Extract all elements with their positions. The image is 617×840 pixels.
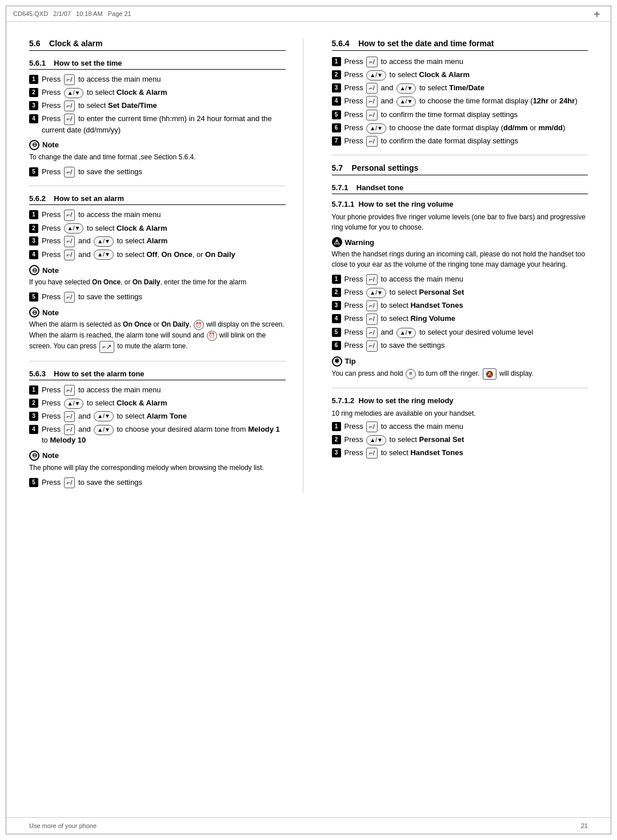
nav-563-2: ▲/▼ — [64, 399, 84, 409]
file-name: CD645.QXD — [13, 10, 48, 17]
note-561: ⊖ Note To change the date and time forma… — [29, 140, 286, 162]
tip-label-5711: ✱ Tip — [332, 356, 588, 367]
step-content-5711-1: Press ⌐/ to access the main menu — [344, 274, 588, 285]
step-num-4: 4 — [29, 114, 38, 123]
ok-5711-6: ⌐/ — [366, 340, 377, 351]
step-content-5711-4: Press ⌐/ to select Ring Volume — [344, 314, 588, 324]
step-5711-6: 6 Press ⌐/ to save the settings — [332, 340, 588, 351]
step-num-5: 5 — [29, 167, 38, 176]
section-562-title: 5.6.2 How to set an alarm — [29, 194, 286, 205]
tip-text-5711: You can press and hold # to turn off the… — [332, 368, 588, 380]
ok-563-3: ⌐/ — [64, 411, 75, 422]
step-content-5711-2: Press ▲/▼ to select Personal Set — [344, 287, 588, 298]
step-5712-1: 1 Press ⌐/ to access the main menu — [332, 421, 588, 432]
step-5711-1: 1 Press ⌐/ to access the main menu — [332, 274, 588, 285]
nav-btn-3: ▲/▼ — [94, 250, 114, 260]
step-561-4: 4 Press ⌐/ to enter the current time (hh… — [29, 114, 286, 135]
divider-562 — [29, 361, 286, 361]
step-564-6: 6 Press ▲/▼ to choose the date format di… — [332, 123, 588, 134]
ok-btn-2: ⌐/ — [64, 236, 75, 247]
ok-5711-4: ⌐/ — [366, 314, 377, 324]
section-57-title: 5.7 Personal settings — [332, 163, 588, 175]
nav-5711-2: ▲/▼ — [366, 288, 386, 298]
step-content-564-6: Press ▲/▼ to choose the date format disp… — [344, 123, 588, 134]
step-content-563-5: Press ⌐/ to save the settings — [42, 477, 286, 488]
step-content-562-2: Press ▲/▼ to select Clock & Alarm — [42, 223, 286, 234]
step-562-1: 1 Press ⌐/ to access the main menu — [29, 210, 286, 220]
ok-5712-1: ⌐/ — [366, 421, 377, 432]
file-time: 10:18 AM — [76, 10, 102, 17]
ok-btn-3: ⌐/ — [64, 250, 75, 260]
step-content-564-2: Press ▲/▼ to select Clock & Alarm — [344, 70, 588, 81]
footer-bar: Use more of your phone 21 — [6, 817, 611, 834]
nav-564-3: ▲/▼ — [396, 83, 416, 94]
step-num-564-6: 6 — [332, 123, 341, 132]
step-content-3: Press ⌐/ to select Set Date/Time — [42, 101, 286, 111]
step-561-3: 3 Press ⌐/ to select Set Date/Time — [29, 101, 286, 111]
step-content-5712-1: Press ⌐/ to access the main menu — [344, 421, 588, 432]
step-5711-5: 5 Press ⌐/ and ▲/▼ to select your desire… — [332, 327, 588, 338]
nav-button-icon: ▲/▼ — [64, 88, 84, 98]
ok-btn-562-5: ⌐/ — [64, 292, 75, 303]
footer-left: Use more of your phone — [29, 822, 97, 829]
divider-564 — [332, 155, 588, 155]
step-5712-3: 3 Press ⌐/ to select Handset Tones — [332, 448, 588, 459]
step-num-562-4: 4 — [29, 250, 38, 259]
step-content-563-4: Press ⌐/ and ▲/▼ to choose your desired … — [42, 424, 286, 446]
file-info: CD645.QXD 2/1/07 10:18 AM Page 21 — [13, 10, 131, 17]
step-num-563-3: 3 — [29, 412, 38, 421]
ok-564-7: ⌐/ — [366, 136, 377, 147]
note-text-561: To change the date and time format ,see … — [29, 152, 286, 162]
ok-button-icon-4: ⌐/ — [64, 167, 75, 178]
note-label-563: ⊖ Note — [29, 451, 286, 461]
step-561-2: 2 Press ▲/▼ to select Clock & Alarm — [29, 87, 286, 98]
ok-563-1: ⌐/ — [64, 385, 75, 396]
step-564-3: 3 Press ⌐/ and ▲/▼ to select Time/Date — [332, 83, 588, 94]
steps-5711: 1 Press ⌐/ to access the main menu 2 Pre… — [332, 274, 588, 352]
divider-5711 — [332, 388, 588, 388]
step-5711-3: 3 Press ⌐/ to select Handset Tones — [332, 300, 588, 311]
mute-btn: ⌐↗ — [99, 341, 114, 353]
step-562-2: 2 Press ▲/▼ to select Clock & Alarm — [29, 223, 286, 234]
step-num-2: 2 — [29, 88, 38, 97]
step-564-2: 2 Press ▲/▼ to select Clock & Alarm — [332, 70, 588, 81]
step-num-5711-1: 1 — [332, 275, 341, 284]
step-564-1: 1 Press ⌐/ to access the main menu — [332, 57, 588, 67]
nav-btn: ▲/▼ — [64, 223, 84, 234]
mute-btn-tip: # — [406, 369, 416, 379]
steps-5712: 1 Press ⌐/ to access the main menu 2 Pre… — [332, 421, 588, 459]
crosshair-icon — [594, 9, 604, 19]
step-content-5711-6: Press ⌐/ to save the settings — [344, 340, 588, 351]
footer-right: 21 — [581, 822, 588, 829]
step-content-562-1: Press ⌐/ to access the main menu — [42, 210, 286, 220]
step-num-564-7: 7 — [332, 136, 341, 146]
ok-563-5: ⌐/ — [64, 477, 75, 488]
step-562-4: 4 Press ⌐/ and ▲/▼ to select Off, On Onc… — [29, 250, 286, 260]
note-562-1: ⊖ Note If you have selected On Once, or … — [29, 265, 286, 287]
nav-5712-2: ▲/▼ — [366, 435, 386, 445]
section-5712-title: 5.7.1.2 How to set the ring melody — [332, 396, 588, 405]
step-563-5: 5 Press ⌐/ to save the settings — [29, 477, 286, 488]
step-num-562-2: 2 — [29, 224, 38, 233]
step-content-5711-3: Press ⌐/ to select Handset Tones — [344, 300, 588, 311]
nav-564-2: ▲/▼ — [366, 70, 386, 81]
step-564-4: 4 Press ⌐/ and ▲/▼ to choose the time fo… — [332, 96, 588, 107]
step-563-1: 1 Press ⌐/ to access the main menu — [29, 385, 286, 396]
section-561-title: 5.6.1 How to set the time — [29, 59, 286, 70]
page-border: CD645.QXD 2/1/07 10:18 AM Page 21 5.6 Cl… — [6, 6, 611, 834]
step-content-564-1: Press ⌐/ to access the main menu — [344, 57, 588, 67]
step-5711-4: 4 Press ⌐/ to select Ring Volume — [332, 314, 588, 324]
nav-563-4: ▲/▼ — [94, 425, 114, 435]
step-content-564-5: Press ⌐/ to confirm the time format disp… — [344, 110, 588, 120]
nav-564-6: ▲/▼ — [366, 123, 386, 134]
ok-5712-3: ⌐/ — [366, 448, 377, 459]
step-content-5712-3: Press ⌐/ to select Handset Tones — [344, 448, 588, 459]
section-571-title: 5.7.1 Handset tone — [332, 183, 588, 194]
ringer-icon: 🔕 — [483, 368, 496, 380]
note-label-562-1: ⊖ Note — [29, 265, 286, 275]
note-text-562-1: If you have selected On Once, or On Dail… — [29, 277, 286, 287]
step-5712-2: 2 Press ▲/▼ to select Personal Set — [332, 435, 588, 445]
steps-563-5: 5 Press ⌐/ to save the settings — [29, 477, 286, 488]
nav-563-3: ▲/▼ — [94, 411, 114, 421]
step-num-564-3: 3 — [332, 83, 341, 93]
